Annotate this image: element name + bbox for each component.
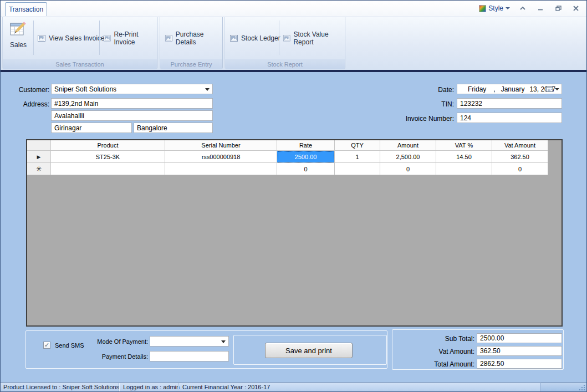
total-amount-field[interactable]: 2862.50 [477, 359, 562, 369]
cell-serial[interactable]: rss000000918 [165, 151, 277, 163]
sub-total-label: Sub Total: [404, 335, 474, 343]
cell-vat[interactable]: 14.50 [436, 151, 492, 163]
chevron-up-icon [520, 6, 525, 11]
app-window: Transaction Style [0, 0, 587, 392]
tin-field[interactable]: 123232 [457, 98, 562, 109]
cell-serial[interactable] [165, 163, 277, 175]
close-button[interactable] [571, 3, 581, 13]
ribbon-collapse-button[interactable] [518, 3, 528, 13]
titlebar-controls: Style [479, 1, 581, 16]
status-licensed: Product Licensed to : Sniper Soft Soluti… [3, 384, 119, 390]
cell-vat[interactable] [436, 163, 492, 175]
date-month: January [501, 85, 525, 93]
calendar-icon [546, 85, 553, 93]
column-header-vat-amount[interactable]: Vat Amount [492, 140, 548, 151]
restore-button[interactable] [553, 3, 563, 13]
close-icon [573, 6, 579, 11]
tab-transaction[interactable]: Transaction [5, 2, 47, 16]
ribbon-group-sales-transaction: Sales View Sales Invoice [2, 17, 157, 69]
status-financial-year: Current Financial Year : 2016-17 [182, 384, 270, 390]
cell-vat-amount[interactable]: 0 [492, 163, 548, 175]
customer-label: Customer: [11, 86, 49, 94]
column-header-rate[interactable]: Rate [277, 140, 335, 151]
address-line2-field[interactable]: Avalahallli [51, 110, 213, 121]
save-groupbox: Save and print [233, 335, 387, 365]
cell-qty[interactable]: 1 [335, 151, 380, 163]
group-caption-purchase-entry: Purchase Entry [160, 59, 222, 69]
stock-value-report-label: Stock Value Report [293, 30, 345, 46]
vat-amount-field[interactable]: 362.50 [477, 346, 562, 356]
style-label: Style [488, 4, 503, 12]
invoice-number-field[interactable]: 124 [457, 113, 562, 123]
sales-button-label: Sales [10, 41, 27, 49]
picture-icon [37, 34, 46, 43]
chevron-down-icon [205, 88, 210, 91]
column-header-product[interactable]: Product [51, 140, 165, 151]
row-selector-new[interactable]: ✳ [27, 163, 51, 175]
status-separator [119, 383, 119, 391]
sales-button[interactable]: Sales [6, 19, 31, 57]
send-sms-label: Send SMS [55, 342, 84, 349]
view-sales-invoice-label: View Sales Invoice [49, 34, 105, 42]
payment-groupbox: ✓ Send SMS Mode Of Payment: Payment Deta… [25, 330, 387, 369]
view-sales-invoice-button[interactable]: View Sales Invoice [37, 32, 105, 45]
cell-product[interactable]: ST25-3K [51, 151, 165, 163]
date-label: Date: [410, 86, 454, 94]
customer-combobox[interactable]: Sniper Soft Solutions [51, 84, 213, 94]
chevron-down-icon [555, 88, 559, 90]
address-label: Address: [11, 100, 49, 108]
ribbon-group-stock-report: Stock Ledger Stock Value Report Stock Re… [224, 17, 345, 69]
grid-table: Product Serial Number Rate QTY Amount VA… [27, 140, 548, 175]
reprint-invoice-button[interactable]: Re-Print Invoice [103, 32, 157, 45]
cell-qty[interactable] [335, 163, 380, 175]
send-sms-checkbox[interactable]: ✓ [43, 342, 50, 349]
address-city-field[interactable]: Girinagar [51, 123, 132, 133]
current-row-icon: ▶ [37, 154, 41, 160]
sales-table-pencil-icon [9, 19, 28, 38]
address-state-field[interactable]: Bangalore [134, 123, 213, 133]
style-menu[interactable]: Style [479, 4, 510, 12]
save-and-print-button[interactable]: Save and print [265, 343, 353, 358]
ribbon-separator [279, 21, 279, 55]
column-header-vat[interactable]: VAT % [436, 140, 492, 151]
row-selector-current[interactable]: ▶ [27, 151, 51, 163]
cell-amount[interactable]: 2,500.00 [380, 151, 436, 163]
cell-product[interactable] [51, 163, 165, 175]
address-line1-field[interactable]: #139,2nd Main [51, 98, 213, 109]
cell-amount[interactable]: 0 [380, 163, 436, 175]
tin-label: TIN: [410, 100, 454, 108]
cell-vat-amount[interactable]: 362.50 [492, 151, 548, 163]
date-dropdown-button[interactable] [546, 85, 559, 93]
payment-details-field[interactable] [150, 351, 229, 362]
stock-ledger-button[interactable]: Stock Ledger [229, 32, 280, 45]
sub-total-field[interactable]: 2500.00 [477, 333, 562, 343]
picture-icon [229, 34, 238, 43]
minimize-icon [538, 6, 543, 11]
tab-transaction-label: Transaction [9, 6, 43, 13]
group-caption-sales-transaction: Sales Transaction [3, 59, 157, 69]
vat-amount-label: Vat Amount: [404, 348, 474, 355]
purchase-details-button[interactable]: Purchase Details [165, 32, 222, 45]
resize-grip-icon[interactable] [579, 385, 586, 391]
picture-icon [283, 34, 290, 43]
grid-row-1: ▶ ST25-3K rss000000918 2500.00 1 2,500.0… [27, 151, 548, 163]
column-header-amount[interactable]: Amount [380, 140, 436, 151]
ribbon-group-purchase-entry: Purchase Details Purchase Entry [160, 17, 223, 69]
stock-value-report-button[interactable]: Stock Value Report [283, 32, 345, 45]
grid-header-row: Product Serial Number Rate QTY Amount VA… [27, 140, 548, 151]
column-header-serial[interactable]: Serial Number [165, 140, 277, 151]
grid-corner-cell[interactable] [27, 140, 51, 151]
restore-icon [555, 6, 562, 11]
mode-of-payment-combobox[interactable] [150, 336, 229, 347]
line-items-grid: Product Serial Number Rate QTY Amount VA… [26, 139, 563, 327]
purchase-details-label: Purchase Details [176, 30, 222, 46]
chevron-down-icon [221, 340, 226, 343]
status-right-panel [541, 383, 586, 392]
ribbon-separator [99, 21, 100, 55]
cell-rate-selected[interactable]: 2500.00 [277, 151, 335, 163]
ribbon-separator [33, 21, 34, 55]
column-header-qty[interactable]: QTY [335, 140, 380, 151]
date-picker[interactable]: Friday , January 13, 2017 [457, 84, 562, 94]
minimize-button[interactable] [535, 3, 545, 13]
cell-rate[interactable]: 0 [277, 163, 335, 175]
